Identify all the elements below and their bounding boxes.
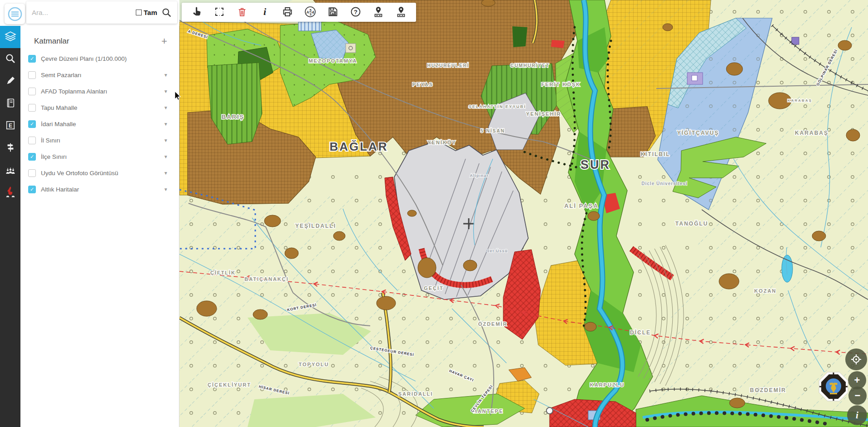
attribution-button[interactable]: i bbox=[847, 405, 867, 425]
print-icon bbox=[282, 6, 293, 19]
layers-panel: Katmanlar + ✓ Çevre Düzeni Planı (1/100.… bbox=[20, 26, 179, 427]
layer-checkbox[interactable]: ✓ bbox=[28, 55, 36, 63]
map-region-label: ÇİÇEKLİYURT bbox=[208, 382, 251, 388]
layer-row[interactable]: Uydu Ve Ortofoto Görüntüsü ▼ bbox=[20, 165, 179, 181]
toolbar-pan-hand-button[interactable] bbox=[185, 5, 208, 20]
map-region-label: TOPYOLU bbox=[299, 362, 329, 367]
map-region-label: KITILBIL bbox=[640, 151, 670, 157]
chevron-down-icon[interactable]: ▼ bbox=[164, 171, 168, 176]
layer-label: İlçe Sınırı bbox=[41, 153, 164, 160]
map-region-label: KARABAŞ bbox=[795, 130, 828, 136]
info-icon: i bbox=[856, 410, 858, 421]
goto-marker-icon bbox=[396, 6, 407, 19]
layer-label: İdari Mahalle bbox=[41, 121, 164, 128]
toolbar-scale-query-button[interactable]: A534 bbox=[299, 5, 322, 20]
map-region-label: GEÇİT bbox=[424, 285, 444, 291]
plus-icon: + bbox=[854, 374, 860, 386]
map-region-label: Jet Üssü bbox=[487, 249, 508, 253]
flame-icon bbox=[5, 186, 16, 200]
layer-row[interactable]: ✓ İdari Mahalle ▼ bbox=[20, 116, 179, 132]
map-region-label: HANTEPE bbox=[473, 408, 504, 414]
svg-text:4: 4 bbox=[312, 10, 314, 15]
layer-checkbox[interactable] bbox=[28, 104, 36, 112]
chevron-down-icon[interactable]: ▼ bbox=[164, 89, 168, 94]
map-region-label: BAĞLAR bbox=[329, 140, 388, 153]
layer-row[interactable]: AFAD Toplanma Alanları ▼ bbox=[20, 83, 179, 99]
map-region-label: KOZAN bbox=[754, 288, 776, 294]
svg-text:?: ? bbox=[354, 8, 357, 15]
svg-text:3: 3 bbox=[309, 12, 311, 16]
layers-icon bbox=[5, 30, 16, 44]
panel-title: Katmanlar bbox=[34, 37, 69, 46]
menu-button[interactable] bbox=[5, 4, 25, 24]
pan-hand-icon bbox=[191, 6, 202, 19]
layer-row[interactable]: İl Sınırı ▼ bbox=[20, 132, 179, 148]
add-layer-button[interactable]: + bbox=[161, 38, 167, 44]
layer-checkbox[interactable] bbox=[28, 169, 36, 177]
tool-strip: E bbox=[0, 26, 20, 427]
toolbar-delete-button[interactable] bbox=[231, 5, 253, 20]
map-region-label: 5 NİSAN bbox=[481, 128, 505, 133]
zoom-out-button[interactable]: − bbox=[848, 387, 867, 405]
sidebar-tool-legend[interactable]: E bbox=[0, 115, 20, 137]
toolbar-print-button[interactable] bbox=[276, 5, 299, 20]
exact-checkbox[interactable] bbox=[136, 10, 142, 15]
chevron-down-icon[interactable]: ▼ bbox=[164, 154, 168, 159]
map-region-label: BOZDEMİR bbox=[750, 387, 786, 393]
layer-checkbox[interactable] bbox=[28, 88, 36, 95]
layer-label: Tapu Mahalle bbox=[41, 104, 164, 111]
toolbar-info-button[interactable]: i bbox=[253, 5, 276, 20]
sidebar-tool-search[interactable] bbox=[0, 48, 20, 70]
chevron-down-icon[interactable]: ▼ bbox=[164, 73, 168, 78]
layer-row[interactable]: ✓ Altlık Haritalar ▼ bbox=[20, 181, 179, 197]
svg-text:5: 5 bbox=[309, 8, 311, 12]
map-region-label: BARIŞ bbox=[222, 113, 244, 120]
scale-query-icon: A534 bbox=[304, 6, 316, 19]
chevron-down-icon[interactable]: ▼ bbox=[164, 122, 168, 127]
toolbar-add-marker-button[interactable] bbox=[367, 5, 390, 20]
sidebar-tool-directions[interactable] bbox=[0, 137, 20, 159]
sidebar-tool-layers[interactable] bbox=[0, 26, 20, 48]
map-region-label: ÇİFTLİK bbox=[210, 270, 236, 275]
layer-list: ✓ Çevre Düzeni Planı (1/100.000) Semt Pa… bbox=[20, 50, 179, 197]
sidebar-tool-population[interactable] bbox=[0, 159, 20, 182]
sidebar-tool-draw[interactable] bbox=[0, 70, 20, 93]
map-region-label: YENİKÖY bbox=[427, 140, 456, 145]
layer-row[interactable]: ✓ İlçe Sınırı ▼ bbox=[20, 148, 179, 165]
exact-checkbox-label: Tam bbox=[144, 9, 157, 16]
svg-text:A: A bbox=[306, 10, 309, 15]
chevron-down-icon[interactable]: ▼ bbox=[164, 105, 168, 110]
layer-checkbox[interactable] bbox=[28, 137, 36, 144]
search-icon[interactable] bbox=[162, 8, 172, 18]
map-region-label: DİCLE bbox=[630, 329, 651, 336]
toolbar-help-button[interactable]: ? bbox=[344, 5, 367, 20]
layer-checkbox[interactable] bbox=[28, 71, 36, 79]
map-region-label: ÖZDEMİR bbox=[478, 321, 508, 327]
layer-label: Semt Pazarları bbox=[41, 72, 164, 79]
layer-label: AFAD Toplanma Alanları bbox=[41, 88, 164, 95]
zoning-map: BAĞLARSURBARIŞMEZOPOTAMYAHUZUREVLERİPEYA… bbox=[179, 0, 868, 427]
toolbar-select-area-button[interactable] bbox=[208, 5, 231, 20]
map-region-label: SELAHATTİN EYYUBİ bbox=[469, 104, 526, 109]
locate-button[interactable] bbox=[845, 348, 867, 370]
chevron-down-icon[interactable]: ▼ bbox=[164, 187, 168, 192]
exact-match-toggle[interactable]: Tam bbox=[136, 9, 157, 16]
sidebar-tool-notebook[interactable] bbox=[0, 93, 20, 115]
ebox-icon: E bbox=[5, 120, 15, 132]
layer-row[interactable]: ✓ Çevre Düzeni Planı (1/100.000) bbox=[20, 50, 179, 67]
layer-row[interactable]: Semt Pazarları ▼ bbox=[20, 67, 179, 83]
layer-checkbox[interactable]: ✓ bbox=[28, 153, 36, 161]
sidebar-tool-fire[interactable] bbox=[0, 182, 20, 204]
search-input[interactable] bbox=[32, 9, 136, 16]
svg-text:E: E bbox=[9, 122, 12, 128]
map-canvas[interactable]: BAĞLARSURBARIŞMEZOPOTAMYAHUZUREVLERİPEYA… bbox=[179, 0, 868, 427]
layer-checkbox[interactable]: ✓ bbox=[28, 120, 36, 128]
layer-checkbox[interactable]: ✓ bbox=[28, 186, 36, 193]
toolbar-save-image-button[interactable] bbox=[322, 5, 344, 20]
layer-label: İl Sınırı bbox=[41, 137, 164, 144]
layer-row[interactable]: Tapu Mahalle ▼ bbox=[20, 99, 179, 116]
toolbar-goto-marker-button[interactable] bbox=[390, 5, 412, 20]
map-region-label: TANOĞLU bbox=[675, 220, 708, 227]
signpost-icon bbox=[5, 142, 15, 154]
chevron-down-icon[interactable]: ▼ bbox=[164, 138, 168, 143]
